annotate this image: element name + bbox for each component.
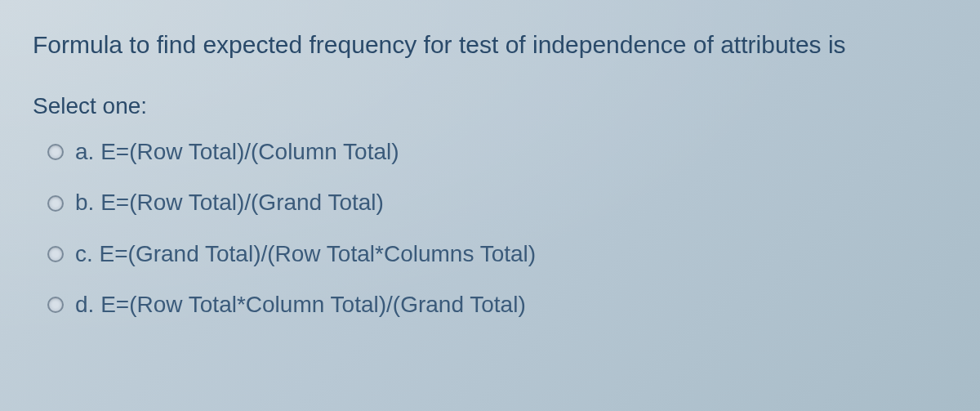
option-d-formula: E=(Row Total*Column Total)/(Grand Total) (100, 292, 526, 317)
option-a-text: a. E=(Row Total)/(Column Total) (75, 137, 399, 167)
option-b-formula: E=(Row Total)/(Grand Total) (100, 190, 384, 215)
option-a-formula: E=(Row Total)/(Column Total) (100, 139, 399, 164)
question-text: Formula to find expected frequency for t… (33, 28, 947, 62)
option-c-text: c. E=(Grand Total)/(Row Total*Columns To… (75, 239, 536, 269)
options-list: a. E=(Row Total)/(Column Total) b. E=(Ro… (33, 137, 947, 320)
radio-a[interactable] (47, 144, 64, 160)
option-a[interactable]: a. E=(Row Total)/(Column Total) (47, 137, 947, 167)
option-c-letter: c. (75, 241, 93, 266)
radio-b[interactable] (47, 195, 64, 212)
select-one-label: Select one: (33, 93, 947, 119)
option-b-text: b. E=(Row Total)/(Grand Total) (75, 188, 384, 217)
option-c-formula: E=(Grand Total)/(Row Total*Columns Total… (100, 241, 537, 266)
quiz-question-container: Formula to find expected frequency for t… (20, 16, 960, 353)
radio-d[interactable] (47, 297, 64, 313)
option-d-text: d. E=(Row Total*Column Total)/(Grand Tot… (75, 290, 526, 319)
option-a-letter: a. (75, 139, 94, 164)
option-c[interactable]: c. E=(Grand Total)/(Row Total*Columns To… (47, 239, 947, 269)
option-b[interactable]: b. E=(Row Total)/(Grand Total) (47, 188, 947, 217)
option-d[interactable]: d. E=(Row Total*Column Total)/(Grand Tot… (47, 290, 947, 319)
radio-c[interactable] (47, 246, 64, 262)
option-d-letter: d. (75, 292, 94, 317)
option-b-letter: b. (75, 190, 94, 215)
